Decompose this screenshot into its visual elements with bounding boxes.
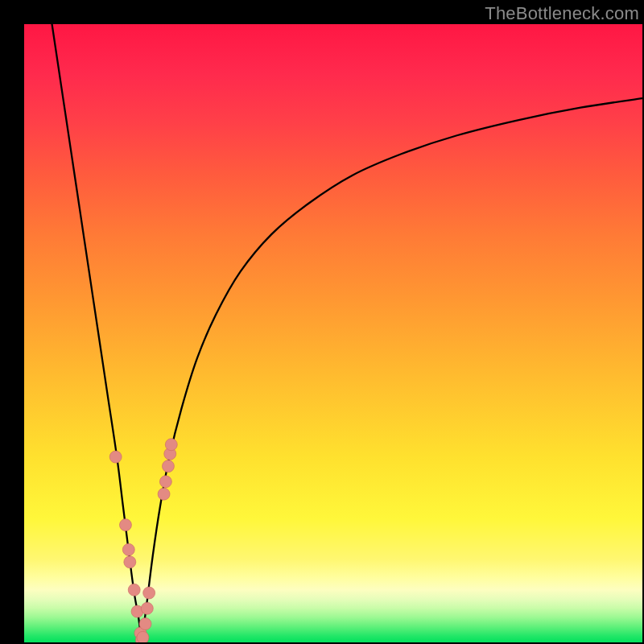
marker-m3: [122, 543, 134, 555]
watermark-text: TheBottleneck.com: [485, 3, 639, 24]
marker-m2: [119, 519, 131, 531]
plot-area: [24, 24, 642, 642]
marker-m4: [124, 556, 136, 568]
marker-m9: [137, 631, 149, 642]
marker-m17: [165, 439, 177, 451]
curve-group: [52, 24, 642, 642]
marker-m11: [141, 602, 153, 614]
marker-m12: [143, 587, 155, 599]
marker-m15: [162, 460, 174, 473]
chart-svg: [24, 24, 642, 642]
marker-m1: [109, 451, 122, 463]
markers-group: [109, 439, 177, 642]
marker-m10: [139, 617, 151, 630]
curve-right-branch: [142, 98, 642, 642]
marker-m5: [128, 584, 140, 596]
marker-m13: [158, 488, 170, 500]
marker-m14: [159, 476, 171, 488]
chart-frame: TheBottleneck.com: [0, 0, 644, 644]
